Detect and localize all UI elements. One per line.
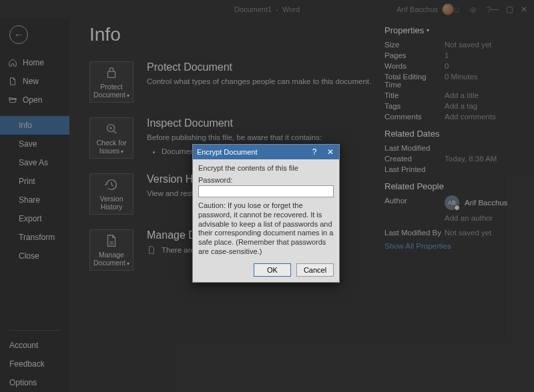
dialog-titlebar[interactable]: Encrypt Document ? ✕ [193,145,339,159]
password-label: Password: [198,176,334,184]
ok-button[interactable]: OK [254,263,291,277]
app-root: Document1 - Word Arif Bacchus ☺ ⊕ ? — ▢ … [0,0,534,392]
dialog-close-button[interactable]: ✕ [326,147,335,157]
dialog-body: Encrypt the contents of this file Passwo… [193,159,339,282]
dialog-help-button[interactable]: ? [310,147,319,157]
dialog-instruction: Encrypt the contents of this file [198,164,334,172]
cancel-button[interactable]: Cancel [296,263,334,277]
password-input[interactable] [198,185,334,197]
encrypt-document-dialog: Encrypt Document ? ✕ Encrypt the content… [192,144,340,283]
dialog-caution-text: Caution: If you lose or forget the passw… [198,201,334,257]
dialog-title-text: Encrypt Document [197,148,257,156]
